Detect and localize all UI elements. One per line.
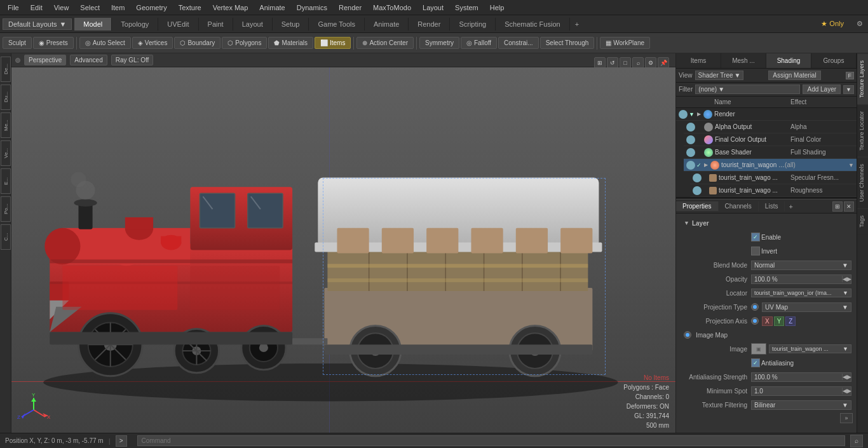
action-center-button[interactable]: ⊕ Action Center (356, 37, 414, 49)
tab-topology[interactable]: Topology (112, 18, 158, 31)
left-sidebar-btn-4[interactable]: Ve... (1, 140, 11, 166)
left-sidebar-btn-5[interactable]: E... (1, 168, 11, 194)
aa-strength-input[interactable]: 100.0 % ◀▶ (751, 372, 851, 382)
menu-file[interactable]: File (3, 3, 24, 13)
locator-dropdown[interactable]: tourist_train_wagon_ior (Ima... ▼ (751, 288, 851, 297)
rpanel-tab-mesh[interactable]: Mesh ... (721, 53, 766, 68)
vertices-button[interactable]: ◈ Vertices (132, 37, 173, 49)
image-dropdown[interactable]: tourist_train_wagon ... ▼ (769, 344, 851, 353)
tab-setup[interactable]: Setup (273, 18, 309, 31)
shader-row-alpha[interactable]: Alpha Output Alpha (684, 121, 857, 133)
materials-button[interactable]: ⬟ Materials (268, 37, 313, 49)
left-sidebar-btn-7[interactable]: C... (1, 224, 11, 250)
menu-render[interactable]: Render (334, 3, 367, 13)
items-button[interactable]: ⬜ Items (315, 37, 351, 49)
rpanel-tab-items[interactable]: Items (676, 53, 721, 68)
rpanel-tab-shading[interactable]: Shading (766, 53, 811, 68)
tab-layout[interactable]: Layout (233, 18, 273, 31)
viewport-raygl-btn[interactable]: Ray GL: Off (111, 55, 154, 65)
proj-type-radio[interactable] (751, 303, 759, 311)
menu-system[interactable]: System (450, 3, 484, 13)
antialiasing-checkbox[interactable]: ✓ (751, 358, 760, 367)
eye-icon-material[interactable] (686, 161, 695, 170)
menu-animate[interactable]: Animate (254, 3, 290, 13)
tab-render[interactable]: Render (409, 18, 450, 31)
shader-row-render[interactable]: ▼ ▶ Render (676, 108, 857, 121)
eye-icon-final[interactable] (686, 135, 695, 144)
command-expand-btn[interactable]: > (116, 435, 127, 447)
vtab-texture-layers[interactable]: Texture Layers (857, 53, 868, 104)
props-tab-add[interactable]: + (785, 201, 796, 212)
presets-button[interactable]: ◉ Presets (33, 37, 74, 49)
shader-row-final-color[interactable]: Final Color Output Final Color (684, 133, 857, 146)
constraints-button[interactable]: Constrai... (498, 37, 539, 49)
workplane-button[interactable]: ▦ WorkPlane (600, 37, 650, 49)
min-spot-arrow[interactable]: ◀▶ (842, 388, 851, 394)
left-sidebar-btn-2[interactable]: Du... (1, 85, 11, 110)
filter-dropdown[interactable]: (none) ▼ (695, 85, 800, 94)
menu-geometry[interactable]: Geometry (131, 3, 172, 13)
menu-maxtomodo[interactable]: MaxToModo (368, 3, 416, 13)
proj-type-dropdown[interactable]: UV Map ▼ (762, 302, 851, 312)
select-through-button[interactable]: Select Through (540, 37, 595, 49)
props-tab-properties[interactable]: Properties (676, 201, 719, 211)
layout-gear[interactable]: ⚙ (851, 17, 868, 31)
blend-mode-dropdown[interactable]: Normal ▼ (751, 261, 851, 270)
opacity-input[interactable]: 100.0 % ◀▶ (751, 275, 851, 284)
opacity-arrow[interactable]: ◀▶ (842, 276, 851, 282)
shader-row-material[interactable]: ✓ ▶ tourist_train_wagon (... (all) ▼ (684, 159, 857, 172)
menu-help[interactable]: Help (485, 3, 510, 13)
left-sidebar-btn-6[interactable]: Po... (1, 196, 11, 222)
axis-y-button[interactable]: Y (774, 316, 785, 326)
auto-select-button[interactable]: ◎ Auto Select (79, 37, 131, 49)
tab-gametools[interactable]: Game Tools (309, 18, 365, 31)
material-effect-dropdown[interactable]: ▼ (848, 162, 854, 168)
shader-row-texture1[interactable]: tourist_train_wago ... Specular Fresn... (690, 172, 857, 184)
boundary-button[interactable]: ⬡ Boundary (174, 37, 220, 49)
expand-icon-render[interactable]: ▶ (696, 111, 702, 118)
layout-dropdown[interactable]: Default Layouts ▼ (3, 18, 72, 30)
view-dropdown[interactable]: Shader Tree ▼ (695, 71, 744, 80)
menu-edit[interactable]: Edit (25, 3, 48, 13)
tab-scripting[interactable]: Scripting (450, 18, 496, 31)
viewport-maximize-icon[interactable]: □ (620, 57, 631, 69)
vtab-texture-locator[interactable]: Texture Locator (857, 104, 868, 157)
rpanel-tab-groups[interactable]: Groups (811, 53, 857, 68)
viewport-layout-icon[interactable]: ⊞ (594, 57, 606, 69)
expand-more-btn[interactable]: » (840, 413, 853, 423)
command-search-icon[interactable]: ⌕ (850, 435, 863, 447)
eye-icon-base[interactable] (686, 148, 695, 157)
left-sidebar-btn-3[interactable]: Me... (1, 112, 11, 138)
viewport-search-icon[interactable]: ⌕ (632, 57, 644, 69)
props-close-icon[interactable]: ✕ (844, 201, 854, 212)
min-spot-input[interactable]: 1.0 ◀▶ (751, 386, 851, 396)
viewport-refresh-icon[interactable]: ↺ (607, 57, 618, 69)
tab-paint[interactable]: Paint (199, 18, 233, 31)
axis-z-button[interactable]: Z (785, 316, 796, 326)
vtab-tags[interactable]: Tags (857, 208, 868, 234)
assign-material-button[interactable]: Assign Material (768, 71, 820, 80)
tab-animate[interactable]: Animate (365, 18, 409, 31)
viewport-canvas[interactable]: No Items Polygons : Face Channels: 0 Def… (11, 67, 675, 433)
polygons-button[interactable]: ⬡ Polygons (222, 37, 267, 49)
layout-tab-add[interactable]: + (570, 18, 584, 31)
eye-icon-tex2[interactable] (693, 186, 702, 195)
enable-checkbox[interactable]: ✓ (751, 233, 760, 241)
tab-uvedit[interactable]: UVEdit (158, 18, 198, 31)
props-tab-channels[interactable]: Channels (719, 201, 759, 211)
viewport-shading-btn[interactable]: Advanced (70, 55, 107, 65)
props-tab-lists[interactable]: Lists (759, 201, 785, 211)
tab-model[interactable]: Model (74, 18, 112, 31)
command-input[interactable] (137, 435, 845, 446)
menu-dynamics[interactable]: Dynamics (292, 3, 332, 13)
eye-icon-render[interactable] (679, 110, 688, 119)
viewport-settings-icon[interactable]: ⚙ (645, 57, 656, 69)
menu-texture[interactable]: Texture (173, 3, 207, 13)
symmetry-button[interactable]: Symmetry (419, 37, 459, 49)
tex-filter-dropdown[interactable]: Bilinear ▼ (751, 400, 851, 410)
menu-item[interactable]: Item (106, 3, 130, 13)
aa-strength-arrow[interactable]: ◀▶ (842, 374, 851, 380)
eye-icon-tex1[interactable] (693, 173, 702, 182)
tab-schematic[interactable]: Schematic Fusion (496, 18, 569, 31)
left-sidebar-btn-1[interactable]: De... (1, 57, 11, 82)
